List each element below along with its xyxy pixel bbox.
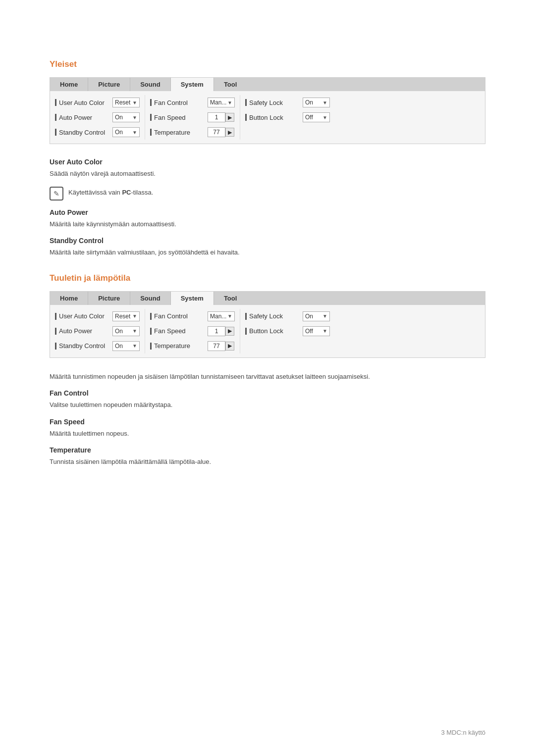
tab-sound-2[interactable]: Sound [130, 292, 170, 305]
subsection-user-auto-color: User Auto Color Säädä näytön värejä auto… [50, 158, 485, 201]
tab-sound-1[interactable]: Sound [130, 78, 170, 91]
user-auto-color-label-2: User Auto Color [59, 312, 105, 320]
note-pencil-icon: ✎ [50, 187, 63, 201]
menu-item-user-auto-color-1: User Auto Color Reset ▼ [55, 95, 140, 110]
button-lock-label-2: Button Lock [249, 327, 283, 335]
menu-bar-icon [150, 328, 152, 335]
temperature-value-2: 77 [208, 341, 225, 351]
fan-speed-arrow-2[interactable]: ▶ [225, 327, 234, 336]
fan-control-dropdown-1[interactable]: Man... ▼ [208, 98, 235, 107]
standby-control-desc: Määritä laite siirtymään valmiustilaan, … [50, 248, 485, 257]
temperature-arrow-2[interactable]: ▶ [225, 342, 234, 351]
standby-dropdown-1[interactable]: On ▼ [112, 127, 140, 137]
subsection-auto-power: Auto Power Määritä laite käynnistymään a… [50, 208, 485, 229]
dropdown-arrow-icon: ▼ [132, 130, 137, 135]
menu-col-1-tuuletin: User Auto Color Reset ▼ Auto Power [50, 309, 145, 353]
user-auto-color-dropdown-2[interactable]: Reset ▼ [112, 311, 140, 321]
menu-item-standby-1: Standby Control On ▼ [55, 125, 140, 140]
menu-body-tuuletin: User Auto Color Reset ▼ Auto Power [50, 305, 485, 357]
user-auto-color-label-1: User Auto Color [59, 99, 105, 106]
temperature-title: Temperature [50, 446, 485, 454]
fan-speed-arrow-1[interactable]: ▶ [225, 113, 234, 122]
temperature-arrow-1[interactable]: ▶ [225, 128, 234, 137]
dropdown-arrow-icon: ▼ [322, 328, 327, 334]
menu-bar-icon [55, 114, 56, 121]
safety-lock-dropdown-2[interactable]: On ▼ [303, 311, 330, 321]
menu-bar-icon [150, 313, 152, 320]
menu-item-user-auto-color-2: User Auto Color Reset ▼ [55, 309, 140, 324]
safety-lock-label-1: Safety Lock [249, 99, 283, 106]
menu-body-yleiset: User Auto Color Reset ▼ Auto Power [50, 91, 485, 144]
tab-tool-2[interactable]: Tool [214, 292, 247, 305]
menu-bar-icon [55, 129, 56, 136]
note-text: Käytettävissä vain PC-tilassa. [68, 187, 153, 196]
button-lock-label-1: Button Lock [249, 114, 283, 121]
user-auto-color-title: User Auto Color [50, 158, 485, 166]
standby-label-1: Standby Control [59, 129, 105, 136]
fan-speed-desc: Määritä tuulettimen nopeus. [50, 429, 485, 439]
page-footer: 3 MDC:n käyttö [441, 729, 485, 736]
tuuletin-title: Tuuletin ja lämpötila [50, 273, 485, 283]
tab-tool-1[interactable]: Tool [214, 78, 247, 91]
dropdown-arrow-icon: ▼ [227, 313, 232, 319]
subsection-fan-speed: Fan Speed Määritä tuulettimen nopeus. [50, 418, 485, 439]
subsection-temperature: Temperature Tunnista sisäinen lämpötila … [50, 446, 485, 467]
tab-system-2[interactable]: System [171, 292, 214, 305]
auto-power-desc: Määritä laite käynnistymään automaattise… [50, 219, 485, 229]
menu-item-button-lock-2: Button Lock Off ▼ [245, 324, 330, 339]
button-lock-dropdown-2[interactable]: Off ▼ [303, 326, 330, 336]
fan-speed-value-2: 1 [208, 326, 225, 336]
yleiset-menu-table: Home Picture Sound System Tool User Auto… [50, 77, 485, 144]
dropdown-arrow-icon: ▼ [227, 100, 232, 105]
menu-item-auto-power-2: Auto Power On ▼ [55, 324, 140, 339]
menu-bar-icon [55, 313, 56, 320]
fan-control-dropdown-2[interactable]: Man... ▼ [208, 311, 235, 321]
auto-power-label-2: Auto Power [59, 327, 92, 335]
dropdown-arrow-icon: ▼ [322, 115, 327, 120]
tuuletin-intro-text: Määritä tunnistimen nopeuden ja sisäisen… [50, 372, 485, 382]
menu-item-standby-2: Standby Control On ▼ [55, 339, 140, 353]
tab-picture-2[interactable]: Picture [88, 292, 130, 305]
menu-item-auto-power-1: Auto Power On ▼ [55, 110, 140, 125]
temperature-value-1: 77 [208, 127, 225, 137]
subsection-fan-control: Fan Control Valitse tuulettimen nopeuden… [50, 389, 485, 410]
menu-bar-icon [245, 328, 247, 335]
menu-item-fan-speed-1: Fan Speed 1 ▶ [150, 110, 235, 125]
dropdown-arrow-icon: ▼ [322, 100, 327, 105]
tab-home-2[interactable]: Home [50, 292, 88, 305]
menu-bar-icon [55, 343, 56, 350]
fan-control-desc: Valitse tuulettimen nopeuden määritystap… [50, 400, 485, 410]
tab-picture-1[interactable]: Picture [88, 78, 130, 91]
menu-tabs-yleiset: Home Picture Sound System Tool [50, 78, 485, 91]
menu-item-fan-control-1: Fan Control Man... ▼ [150, 95, 235, 110]
dropdown-arrow-icon: ▼ [322, 313, 327, 319]
menu-col-3-yleiset: Safety Lock On ▼ Button Lock [240, 95, 335, 140]
fan-speed-label-1: Fan Speed [154, 114, 186, 121]
menu-bar-icon [245, 114, 247, 121]
menu-item-safety-lock-1: Safety Lock On ▼ [245, 95, 330, 110]
auto-power-dropdown-1[interactable]: On ▼ [112, 112, 140, 122]
tuuletin-menu-table: Home Picture Sound System Tool User Auto… [50, 291, 485, 358]
menu-bar-icon [150, 99, 152, 106]
menu-bar-icon [55, 99, 56, 106]
tuuletin-section: Tuuletin ja lämpötila Home Picture Sound… [50, 273, 485, 467]
menu-bar-icon [55, 328, 56, 335]
standby-dropdown-2[interactable]: On ▼ [112, 341, 140, 351]
tab-home-1[interactable]: Home [50, 78, 88, 91]
fan-speed-value-1: 1 [208, 112, 225, 122]
user-auto-color-desc: Säädä näytön värejä automaattisesti. [50, 169, 485, 179]
menu-bar-icon [245, 313, 247, 320]
tab-system-1[interactable]: System [171, 78, 214, 91]
safety-lock-dropdown-1[interactable]: On ▼ [303, 98, 330, 107]
button-lock-dropdown-1[interactable]: Off ▼ [303, 112, 330, 122]
yleiset-section: Yleiset Home Picture Sound System Tool U… [50, 59, 485, 257]
fan-control-title: Fan Control [50, 389, 485, 397]
auto-power-dropdown-2[interactable]: On ▼ [112, 326, 140, 336]
fan-speed-label-2: Fan Speed [154, 327, 186, 335]
dropdown-arrow-icon: ▼ [132, 328, 137, 334]
user-auto-color-dropdown-1[interactable]: Reset ▼ [112, 98, 140, 107]
menu-col-1-yleiset: User Auto Color Reset ▼ Auto Power [50, 95, 145, 140]
temperature-desc: Tunnista sisäinen lämpötila määrittämäll… [50, 457, 485, 467]
menu-col-3-tuuletin: Safety Lock On ▼ Button Lock [240, 309, 335, 353]
fan-control-label-2: Fan Control [154, 312, 188, 320]
